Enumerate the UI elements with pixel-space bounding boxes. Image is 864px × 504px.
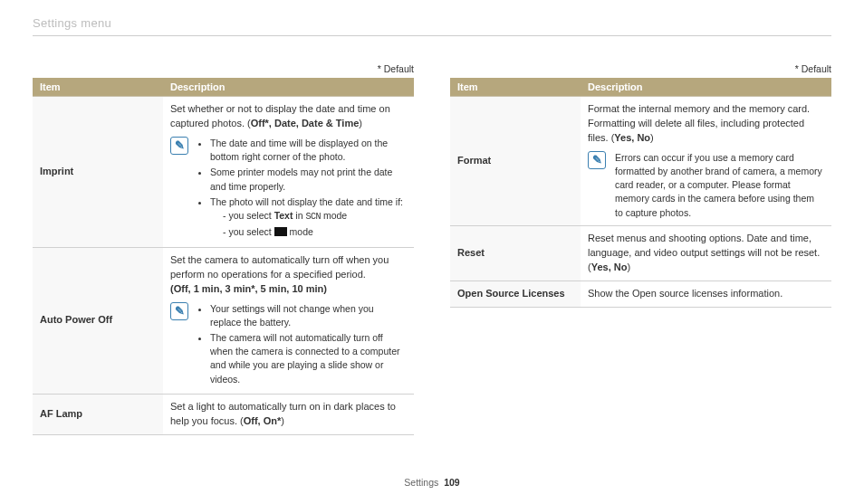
note-body: Errors can occur if you use a memory car… [615, 151, 824, 220]
note-box: ✎ The date and time will be displayed on… [170, 137, 407, 242]
desc-text: ) [281, 415, 284, 426]
desc-text: ) [650, 132, 654, 143]
table-row: Auto Power Off Set the camera to automat… [33, 247, 414, 394]
note-subitem: you select mode [223, 225, 407, 239]
th-item: Item [33, 78, 163, 97]
desc-opts: Yes, No [591, 262, 628, 272]
note-box: ✎ Errors can occur if you use a memory c… [588, 151, 824, 220]
desc-af-lamp: Set a light to automatically turn on in … [163, 394, 414, 434]
table-row: Format Format the internal memory and th… [450, 97, 831, 226]
desc-reset: Reset menus and shooting options. Date a… [581, 225, 831, 281]
note-icon: ✎ [170, 137, 188, 155]
left-column: * Default Item Description Imprint Set w… [33, 63, 414, 435]
table-row: Reset Reset menus and shooting options. … [450, 225, 831, 281]
note-item: The photo will not display the date and … [210, 195, 407, 240]
footer-page-number: 109 [444, 477, 460, 488]
desc-text: ) [627, 262, 630, 272]
table-header-row: Item Description [33, 78, 414, 97]
table-row: Imprint Set whether or not to display th… [33, 97, 414, 248]
note-item: Some printer models may not print the da… [210, 166, 407, 193]
note-item: Your settings will not change when you r… [210, 302, 407, 329]
item-reset: Reset [450, 225, 581, 281]
note-body: Your settings will not change when you r… [197, 302, 407, 388]
left-table: Item Description Imprint Set whether or … [33, 78, 414, 435]
table-row: AF Lamp Set a light to automatically tur… [33, 394, 414, 434]
item-auto-power-off: Auto Power Off [33, 247, 163, 394]
desc-text: Set the camera to automatically turn off… [170, 253, 407, 282]
note-icon: ✎ [588, 151, 606, 169]
note-box: ✎ Your settings will not change when you… [170, 302, 407, 388]
note-subitem: you select Text in SCN mode [223, 209, 407, 224]
item-af-lamp: AF Lamp [33, 394, 163, 434]
p-mode-icon [274, 227, 287, 236]
right-column: * Default Item Description Format Format… [450, 63, 831, 435]
item-imprint: Imprint [33, 97, 163, 248]
item-format: Format [450, 97, 581, 226]
default-note-right: * Default [450, 63, 831, 74]
table-row: Open Source Licenses Show the Open sourc… [450, 281, 831, 307]
note-item: The camera will not automatically turn o… [210, 331, 407, 386]
desc-auto-power-off: Set the camera to automatically turn off… [163, 247, 414, 394]
page-header-title: Settings menu [33, 16, 831, 30]
desc-opts: Yes, No [614, 132, 650, 143]
desc-opts: Off, On* [244, 415, 282, 426]
th-item: Item [450, 78, 581, 97]
default-note-left: * Default [33, 63, 414, 74]
item-open-source: Open Source Licenses [450, 281, 581, 307]
desc-opts: (Off, 1 min, 3 min*, 5 min, 10 min) [170, 282, 407, 297]
desc-imprint: Set whether or not to display the date a… [163, 97, 414, 248]
th-description: Description [581, 78, 831, 97]
note-icon: ✎ [170, 302, 188, 320]
page-footer: Settings 109 [0, 477, 864, 488]
desc-text: ) [359, 118, 362, 128]
desc-opts: Off*, Date, Date & Time [251, 118, 360, 128]
desc-open-source: Show the Open source licenses informatio… [581, 281, 831, 307]
note-item-text: The photo will not display the date and … [210, 196, 403, 207]
scn-mode-icon: SCN [305, 212, 321, 222]
footer-section: Settings [404, 477, 438, 488]
header-rule [33, 35, 831, 36]
right-table: Item Description Format Format the inter… [450, 78, 831, 308]
desc-format: Format the internal memory and the memor… [581, 97, 831, 226]
note-body: The date and time will be displayed on t… [197, 137, 407, 242]
note-item: The date and time will be displayed on t… [210, 137, 407, 164]
table-header-row: Item Description [450, 78, 831, 97]
th-description: Description [163, 78, 414, 97]
